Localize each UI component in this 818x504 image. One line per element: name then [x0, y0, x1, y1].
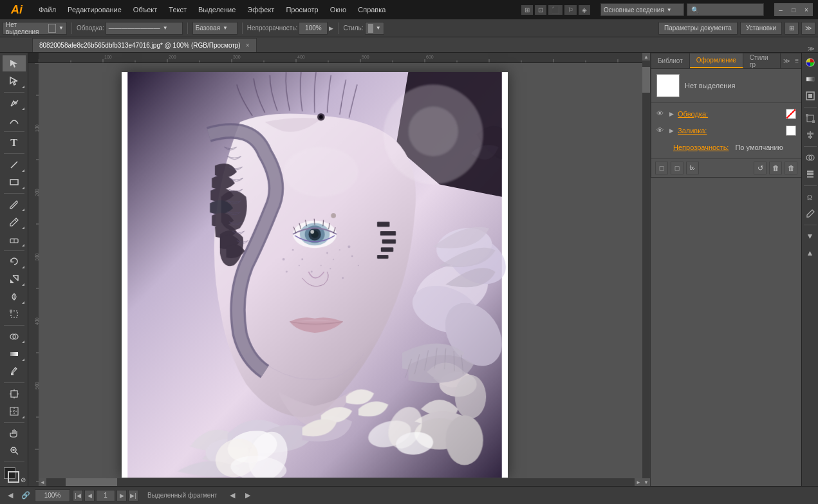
menu-file[interactable]: Файл	[33, 3, 61, 16]
selection-dropdown[interactable]: Нет выделения ▼	[3, 22, 67, 35]
up-arrow-icon[interactable]: ▲	[803, 246, 817, 260]
fx-btn[interactable]: fx·	[686, 162, 699, 174]
zoom-btn[interactable]	[3, 443, 26, 459]
menu-view[interactable]: Просмотр	[281, 3, 323, 16]
menu-help[interactable]: Справка	[353, 3, 391, 16]
tab-graphic-styles[interactable]: Стили гр	[743, 53, 781, 68]
stroke-label[interactable]: Обводка:	[678, 110, 708, 118]
prev-page-btn[interactable]: ◀	[84, 490, 95, 501]
scroll-left-btn[interactable]: ◄	[39, 478, 46, 486]
stroke-swatch[interactable]	[786, 109, 796, 119]
panel-expand-btn[interactable]: ≫	[781, 57, 792, 64]
layers-panel-icon[interactable]	[803, 167, 817, 182]
pencil-tool-btn[interactable]	[3, 214, 26, 230]
fill-visibility-icon[interactable]: 👁	[656, 126, 665, 135]
menu-effect[interactable]: Эффект	[242, 3, 279, 16]
line-tool-btn[interactable]	[3, 156, 26, 173]
expand-icon[interactable]: ≫	[801, 22, 815, 35]
close-button[interactable]: ×	[800, 3, 813, 16]
hand-btn[interactable]	[3, 425, 26, 441]
stroke-expand-arrow[interactable]: ▶	[669, 111, 674, 117]
color-icon-btn[interactable]	[803, 55, 817, 70]
pathfinder-panel-icon[interactable]	[803, 151, 817, 165]
status-prev-btn[interactable]: ◀	[226, 489, 239, 502]
mode-icon-4[interactable]: ⚐	[564, 5, 577, 15]
opacity-expand[interactable]: ▶	[329, 25, 333, 32]
minimize-button[interactable]: –	[774, 3, 787, 16]
scroll-thumb[interactable]	[642, 67, 650, 93]
panel-menu-btn[interactable]: ≡	[792, 57, 801, 64]
mode-icon-3[interactable]: ⬛	[548, 5, 562, 15]
rectangle-tool-btn[interactable]	[3, 174, 26, 191]
tab-close[interactable]: ×	[246, 42, 250, 49]
setup-button[interactable]: Установки	[740, 22, 782, 35]
mode-icon-1[interactable]: ⊞	[521, 5, 533, 15]
menu-text[interactable]: Текст	[163, 3, 192, 16]
menu-window[interactable]: Окно	[325, 3, 352, 16]
h-scroll-thumb[interactable]	[66, 478, 117, 486]
mode-icon-2[interactable]: ⊡	[535, 5, 546, 15]
zoom-display[interactable]: 100%	[35, 489, 70, 502]
delete-item-btn[interactable]: 🗑	[769, 162, 782, 174]
eraser-tool-btn[interactable]	[3, 232, 26, 248]
first-page-btn[interactable]: |◀	[73, 490, 83, 501]
fill-swatch[interactable]	[786, 126, 796, 136]
stroke-visibility-icon[interactable]: 👁	[656, 109, 665, 118]
vertical-scrollbar[interactable]: ▲ ▼	[642, 53, 650, 486]
transform-panel-icon[interactable]	[803, 111, 817, 126]
paintbrush-tool-btn[interactable]	[3, 196, 26, 212]
gradient-panel-icon[interactable]	[803, 72, 817, 86]
fill-label[interactable]: Заливка:	[678, 127, 707, 135]
restore-button[interactable]: □	[787, 3, 800, 16]
status-next-btn[interactable]: ▶	[241, 489, 254, 502]
fill-expand-arrow[interactable]: ▶	[669, 127, 674, 134]
fill-stroke-indicator[interactable]: ⊘	[3, 466, 26, 483]
scroll-up-btn[interactable]: ▲	[642, 53, 650, 61]
undo-appearance-btn[interactable]: ↺	[754, 162, 767, 174]
menu-edit[interactable]: Редактирование	[62, 3, 127, 16]
menu-select[interactable]: Выделение	[193, 3, 241, 16]
artboard-link-btn[interactable]: 🔗	[19, 489, 32, 502]
type-tool-btn[interactable]: T	[3, 135, 26, 151]
slice-btn[interactable]	[3, 403, 26, 419]
stroke-style-dropdown[interactable]: Базовая ▼	[192, 22, 237, 35]
page-input[interactable]	[96, 490, 115, 501]
opacity-row-label[interactable]: Непрозрачность:	[673, 144, 729, 151]
down-arrow-icon[interactable]: ▼	[803, 229, 817, 243]
tab-appearance[interactable]: Оформление	[690, 53, 743, 68]
select-tool-btn[interactable]	[3, 55, 26, 71]
next-page-btn[interactable]: ▶	[116, 490, 127, 501]
doc-params-button[interactable]: Параметры документа	[658, 22, 738, 35]
scale-tool-btn[interactable]	[3, 271, 26, 287]
arrange-icon[interactable]: ⊞	[785, 22, 799, 35]
no-selection-swatch[interactable]	[656, 74, 680, 97]
warp-tool-btn[interactable]	[3, 288, 26, 304]
delete-appearance-btn[interactable]: 🗑	[785, 162, 797, 174]
curvature-tool-btn[interactable]	[3, 113, 26, 129]
tab-libraries[interactable]: Библиот	[651, 53, 690, 68]
artboard-btn[interactable]	[3, 386, 26, 402]
shape-builder-btn[interactable]	[3, 328, 26, 344]
symbols-panel-icon[interactable]: Ω	[803, 190, 817, 204]
menu-object[interactable]: Объект	[128, 3, 162, 16]
add-stroke-btn[interactable]: □	[655, 162, 668, 174]
artboard-prev-btn[interactable]: ◀	[4, 489, 17, 502]
brushes-panel-icon[interactable]	[803, 207, 817, 221]
scroll-down-btn[interactable]: ▼	[642, 478, 650, 486]
scroll-right-btn[interactable]: ►	[635, 478, 642, 486]
mode-icon-5[interactable]: ◈	[579, 5, 590, 15]
document-tab[interactable]: 80820058afe8c26b565dbfb313e47016.jpg* @ …	[32, 38, 257, 52]
opacity-input[interactable]	[299, 22, 328, 35]
workspace-dropdown[interactable]: Основные сведения ▼	[600, 3, 684, 16]
stroke-panel-icon[interactable]	[803, 89, 817, 103]
gradient-tool-btn[interactable]	[3, 346, 26, 362]
last-page-btn[interactable]: ▶|	[128, 490, 138, 501]
eyedropper-btn[interactable]	[3, 364, 26, 380]
panel-collapse-btn[interactable]: ≫	[804, 45, 818, 52]
direct-select-tool-btn[interactable]	[3, 73, 26, 89]
horizontal-scrollbar[interactable]: ◄ ►	[39, 478, 642, 486]
align-panel-icon[interactable]	[803, 128, 817, 142]
add-fill-btn[interactable]: □	[671, 162, 683, 174]
free-transform-btn[interactable]	[3, 306, 26, 322]
search-input[interactable]	[687, 3, 764, 16]
